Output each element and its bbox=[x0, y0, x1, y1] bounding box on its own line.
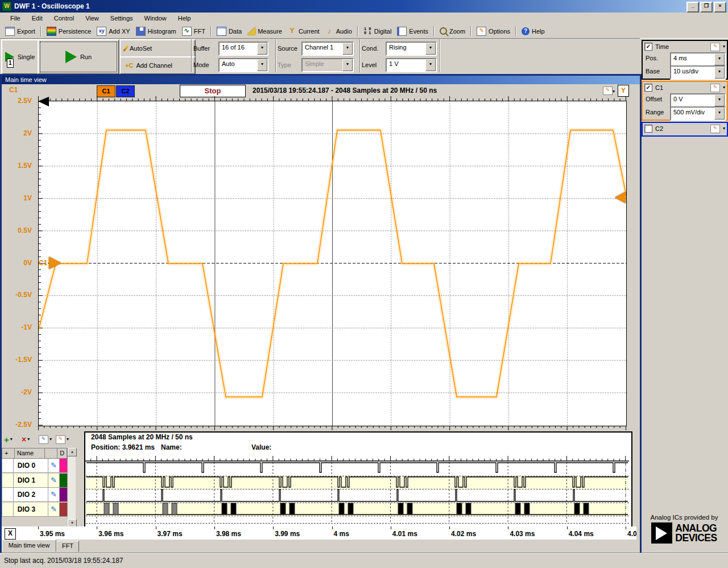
x-axis-tick bbox=[214, 526, 215, 529]
toolbar-histogram-button[interactable]: Histogram bbox=[133, 26, 179, 37]
type-value: Simple bbox=[303, 59, 342, 71]
dio-row-3[interactable]: DIO 3✎ bbox=[2, 503, 68, 517]
toolbar-data-button[interactable]: Data bbox=[214, 26, 245, 37]
time-enable-checkbox[interactable]: ✓ bbox=[644, 43, 652, 51]
y-axis-label: 1V bbox=[2, 194, 32, 203]
help-icon: ? bbox=[522, 27, 530, 35]
menu-window[interactable]: Window bbox=[139, 13, 172, 23]
trigger-time-marker[interactable] bbox=[38, 97, 49, 106]
minimize-button[interactable]: _ bbox=[686, 2, 699, 13]
waveform-canvas bbox=[39, 101, 626, 426]
dio-color-swatch[interactable] bbox=[60, 488, 67, 501]
y-axis-label: 2.5V bbox=[2, 96, 32, 105]
level-select[interactable]: 1 V▾ bbox=[386, 58, 437, 72]
toolbar-zoom-button[interactable]: Zoom bbox=[437, 26, 468, 36]
menu-control[interactable]: Control bbox=[48, 13, 80, 23]
c1-range-select[interactable]: 500 mV/div▾ bbox=[670, 106, 726, 121]
y-axis-label: -2.5V bbox=[2, 420, 32, 429]
time-panel: ✓Time✎▾Pos.4 ms▾Base10 us/div▾ bbox=[642, 40, 728, 80]
dio-row-2[interactable]: DIO 2✎ bbox=[2, 488, 68, 502]
close-button[interactable]: × bbox=[714, 2, 726, 13]
edit-pencil-icon[interactable]: ✎ bbox=[48, 459, 60, 472]
plot-options-dropdown-icon[interactable]: ▾ bbox=[613, 89, 615, 94]
single-icon: 1 bbox=[5, 52, 14, 62]
toolbar-export-button[interactable]: Export bbox=[2, 26, 38, 37]
mode-select[interactable]: Auto▾ bbox=[218, 58, 268, 72]
edit-pencil-icon[interactable]: ✎ bbox=[48, 503, 60, 516]
dio-column-header[interactable] bbox=[45, 448, 57, 458]
dio-row-1[interactable]: DIO 1✎ bbox=[2, 474, 68, 488]
scroll-up-icon[interactable]: ▲ bbox=[68, 448, 77, 456]
c1-options-icon[interactable]: ✎ bbox=[710, 84, 720, 92]
toolbar-addxy-button[interactable]: xyAdd XY bbox=[94, 26, 133, 37]
c2-enable-checkbox[interactable] bbox=[644, 125, 652, 133]
buffer-select[interactable]: 16 of 16▾ bbox=[218, 42, 268, 56]
autoset-label: AutoSet bbox=[130, 45, 152, 52]
c1-offset-select[interactable]: 0 V▾ bbox=[670, 93, 726, 108]
menu-file[interactable]: File bbox=[5, 13, 26, 23]
toolbar-persistence-button[interactable]: Persistence bbox=[44, 26, 94, 37]
chevron-down-icon: ▾ bbox=[714, 67, 725, 79]
c2-options-dropdown-icon[interactable]: ▾ bbox=[723, 126, 725, 131]
dio-column-header[interactable]: + bbox=[2, 448, 15, 458]
toolbar-separator bbox=[433, 26, 435, 36]
type-select[interactable]: Simple▾ bbox=[301, 58, 354, 72]
c1-enable-checkbox[interactable]: ✓ bbox=[644, 84, 652, 92]
digital-value-label: Value: bbox=[251, 443, 271, 451]
view-tab-fft[interactable]: FFT bbox=[56, 541, 79, 552]
view-tab-main[interactable]: Main time view bbox=[2, 540, 56, 552]
time-pos-select[interactable]: 4 ms▾ bbox=[670, 52, 726, 67]
toolbar-help-button[interactable]: ?Help bbox=[519, 26, 548, 36]
c1-range-value: 500 mV/div bbox=[671, 108, 714, 120]
trigger-level-marker[interactable] bbox=[615, 192, 626, 203]
menu-view[interactable]: View bbox=[80, 13, 105, 23]
edit-signal-button[interactable]: ✎ ▾ bbox=[38, 434, 53, 445]
dio-color-swatch[interactable] bbox=[60, 474, 67, 487]
toolbar-digital-button[interactable]: 1 00 1Digital bbox=[361, 26, 395, 36]
dio-column-header[interactable]: Name bbox=[15, 448, 46, 458]
dio-color-swatch[interactable] bbox=[60, 503, 67, 516]
restore-button[interactable]: ❐ bbox=[700, 2, 713, 13]
menu-settings[interactable]: Settings bbox=[105, 13, 139, 23]
toolbar-fft-button[interactable]: ∿FFT bbox=[179, 26, 208, 37]
run-button[interactable]: Run bbox=[38, 39, 119, 75]
menu-edit[interactable]: Edit bbox=[26, 13, 48, 23]
toolbar-separator bbox=[470, 26, 471, 36]
dio-column-header[interactable]: D ▲ bbox=[57, 448, 67, 458]
signal-options-button[interactable]: ✎ ▾ bbox=[55, 434, 70, 445]
time-options-icon[interactable]: ✎ bbox=[710, 43, 720, 51]
toolbar-audio-button[interactable]: ♪Audio bbox=[322, 26, 355, 36]
autoset-button[interactable]: AutoSet bbox=[119, 39, 196, 57]
time-base-select[interactable]: 10 us/div▾ bbox=[670, 65, 726, 80]
c1-offset-value: 0 V bbox=[671, 94, 714, 106]
single-button[interactable]: 1 Single bbox=[1, 39, 39, 75]
time-options-dropdown-icon[interactable]: ▾ bbox=[723, 44, 725, 49]
chevron-down-icon: ▾ bbox=[257, 59, 267, 71]
edit-signal-dropdown-icon: ▾ bbox=[49, 437, 52, 442]
toolbar-measure-button[interactable]: Measure bbox=[245, 26, 285, 36]
toolbar-options-button[interactable]: ✎Options bbox=[474, 26, 513, 37]
remove-signal-button[interactable]: × ▾ bbox=[20, 434, 31, 445]
type-label: Type bbox=[278, 61, 291, 68]
separator bbox=[359, 39, 361, 72]
add-signal-button[interactable]: + ▾ bbox=[3, 434, 14, 445]
c1-offset-marker[interactable] bbox=[49, 257, 61, 269]
cond-select[interactable]: Rising▾ bbox=[386, 42, 437, 56]
toolbar-events-button[interactable]: Events bbox=[394, 26, 431, 37]
menu-help[interactable]: Help bbox=[172, 13, 197, 23]
dio-row-0[interactable]: DIO 0✎ bbox=[2, 459, 68, 473]
y-cursors-button[interactable]: Y bbox=[618, 85, 629, 97]
toolbar-current-button[interactable]: YCurrent bbox=[285, 26, 322, 36]
dio-table-scrollbar[interactable]: ▲ ▼ bbox=[68, 448, 76, 527]
toolbar-label: Add XY bbox=[109, 28, 130, 35]
edit-pencil-icon[interactable]: ✎ bbox=[48, 488, 60, 501]
dio-color-swatch[interactable] bbox=[60, 459, 67, 472]
c2-options-icon[interactable]: ✎ bbox=[710, 125, 720, 133]
source-select[interactable]: Channel 1▾ bbox=[301, 42, 354, 56]
edit-pencil-icon[interactable]: ✎ bbox=[48, 474, 60, 487]
add-channel-button[interactable]: +C Add Channel bbox=[119, 56, 196, 75]
x-cursors-button[interactable]: X bbox=[5, 528, 16, 540]
plot-options-icon[interactable]: ✎ bbox=[603, 87, 613, 95]
c1-options-dropdown-icon[interactable]: ▾ bbox=[723, 85, 725, 90]
source-value: Channel 1 bbox=[303, 43, 342, 55]
